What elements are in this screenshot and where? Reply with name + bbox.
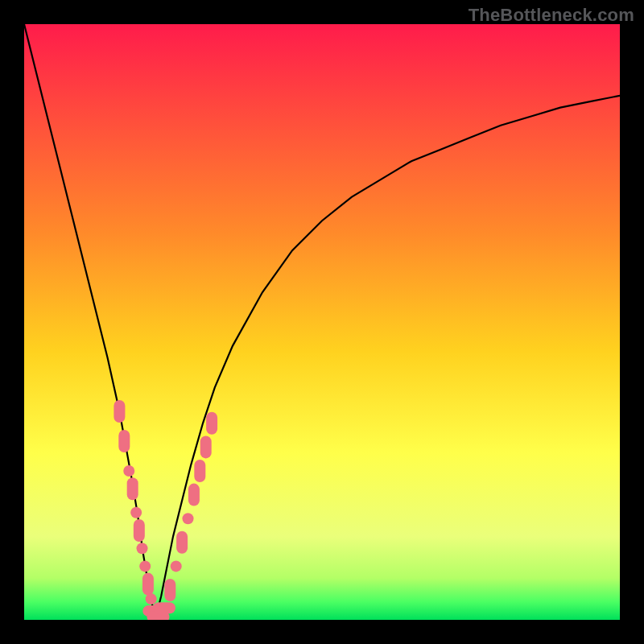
marker <box>194 460 205 482</box>
marker <box>118 430 130 452</box>
watermark-text: TheBottleneck.com <box>469 5 634 26</box>
marker <box>206 412 217 435</box>
plot-area <box>24 24 620 620</box>
marker <box>188 484 200 506</box>
marker <box>183 513 194 524</box>
marker <box>130 507 142 518</box>
marker <box>146 593 157 605</box>
marker <box>134 519 145 542</box>
marker <box>153 602 175 613</box>
marker <box>142 573 154 596</box>
marker <box>123 465 134 477</box>
marker <box>171 560 182 572</box>
marker <box>200 436 212 458</box>
marker <box>127 477 138 500</box>
marker <box>164 579 175 601</box>
chart-svg <box>24 24 620 620</box>
marker <box>137 543 148 554</box>
chart-frame: TheBottleneck.com <box>0 0 644 644</box>
gradient-background <box>24 24 620 620</box>
marker <box>114 400 125 423</box>
marker <box>139 560 151 572</box>
marker <box>176 531 188 554</box>
